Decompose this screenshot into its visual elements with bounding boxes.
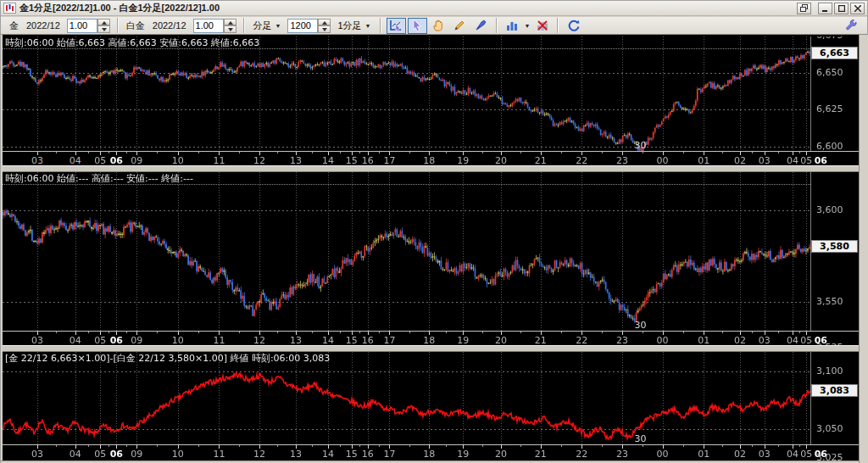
select-tool-button[interactable] xyxy=(408,18,427,34)
platinum-ohlc-info: 時刻:06:00 始値:--- 高値:--- 安値:--- 終値:--- xyxy=(3,172,810,185)
maximize-button[interactable] xyxy=(834,3,849,14)
time-tick-minor xyxy=(157,332,158,333)
time-tick-label: 03 xyxy=(31,335,43,345)
gold-candlestick-canvas[interactable] xyxy=(3,36,810,151)
time-tick-label: 06 xyxy=(815,155,827,165)
time-tick-label: 21 xyxy=(535,335,547,345)
settings-wrench-button[interactable] xyxy=(842,18,861,34)
toolbar-separator xyxy=(496,18,498,33)
date-change-marker: 30 xyxy=(634,320,646,331)
platinum-last-price-box: 3,580 xyxy=(811,240,858,253)
time-tick-minor xyxy=(312,152,313,153)
time-tick-minor xyxy=(340,445,341,447)
time-tick-label: 18 xyxy=(423,449,435,460)
title-bar: 金1分足[2022/12]1.00 - 白金1分足[2022/12]1.00 xyxy=(1,1,867,16)
chart-cursor-tool-button[interactable] xyxy=(387,18,406,34)
time-tick-minor xyxy=(157,445,158,447)
time-tick-minor xyxy=(409,332,410,333)
close-button[interactable] xyxy=(850,3,865,14)
bar-type-dropdown[interactable]: 分足▼ xyxy=(249,18,286,34)
refresh-button[interactable] xyxy=(564,18,583,34)
time-tick-label: 16 xyxy=(362,155,374,165)
chart-style-button[interactable] xyxy=(503,18,522,34)
time-tick-minor xyxy=(157,152,158,153)
chevron-down-icon: ▼ xyxy=(275,23,281,29)
bar-count-input[interactable] xyxy=(287,19,318,33)
gold-multiplier-up-button[interactable] xyxy=(97,19,110,26)
gold-multiplier-down-button[interactable] xyxy=(97,25,110,33)
time-tick-minor xyxy=(778,152,779,153)
chart-cursor-icon xyxy=(389,19,403,32)
spread-line-canvas[interactable] xyxy=(3,352,810,444)
time-tick-minor xyxy=(446,445,447,447)
refresh-icon xyxy=(567,19,581,32)
time-tick-minor xyxy=(799,445,800,447)
gold-ohlc-info: 時刻:06:00 始値:6,663 高値:6,663 安値:6,663 終値:6… xyxy=(3,36,810,49)
time-tick-label: 06 xyxy=(110,449,123,460)
time-tick-label: 11 xyxy=(213,449,225,460)
gold-multiplier-input[interactable] xyxy=(67,19,97,33)
time-tick-minor xyxy=(561,152,562,153)
time-tick-minor xyxy=(239,152,240,153)
time-tick-label: 12 xyxy=(253,449,265,460)
chevron-down-icon: ▼ xyxy=(525,23,531,29)
pen-tool-button[interactable] xyxy=(471,18,491,34)
interval-dropdown[interactable]: 1分足▼ xyxy=(333,18,375,34)
time-tick-label: 13 xyxy=(290,335,302,345)
pencil-tool-button[interactable] xyxy=(450,18,470,34)
pan-hand-tool-button[interactable] xyxy=(429,18,448,34)
time-tick-minor xyxy=(799,152,800,153)
time-tick-label: 22 xyxy=(576,335,587,345)
time-tick-label: 16 xyxy=(362,449,374,460)
fountain-pen-icon xyxy=(474,19,487,32)
price-axis-label: 3,550 xyxy=(816,296,843,307)
cascade-window-button[interactable] xyxy=(797,3,811,14)
bar-count-down-button[interactable] xyxy=(318,25,331,33)
price-axis-label: 6,600 xyxy=(816,141,843,152)
time-tick-minor xyxy=(482,332,483,333)
time-tick-minor xyxy=(108,332,109,333)
time-tick-label: 05 xyxy=(800,155,812,165)
time-tick-label: 03 xyxy=(759,155,771,165)
time-tick-label: 03 xyxy=(759,335,771,345)
minimize-button[interactable] xyxy=(818,3,832,14)
time-tick-minor xyxy=(379,332,380,333)
clear-drawings-button[interactable] xyxy=(532,18,552,34)
window-frame-left xyxy=(1,35,3,460)
date-change-marker: 30 xyxy=(634,433,646,444)
time-tick-label: 19 xyxy=(457,155,469,165)
time-tick-label: 03 xyxy=(759,449,771,460)
panel-splitter[interactable] xyxy=(3,345,859,352)
platinum-multiplier-input[interactable] xyxy=(193,19,224,33)
time-tick-minor xyxy=(602,332,603,333)
time-tick-minor xyxy=(643,152,643,153)
time-tick-minor xyxy=(722,445,723,447)
app-window: 金1分足[2022/12]1.00 - 白金1分足[2022/12]1.00 金… xyxy=(0,0,868,463)
time-tick-minor xyxy=(312,332,313,333)
time-tick-minor xyxy=(277,445,278,447)
bar-count-up-button[interactable] xyxy=(318,19,331,26)
time-tick-minor xyxy=(409,445,410,447)
chart-style-dropdown[interactable]: ▼ xyxy=(523,21,532,31)
time-tick-minor xyxy=(88,332,89,333)
platinum-multiplier-up-button[interactable] xyxy=(224,19,236,26)
time-tick-minor xyxy=(643,332,643,333)
time-tick-label: 04 xyxy=(70,449,81,460)
panel-splitter[interactable] xyxy=(3,165,859,172)
platinum-multiplier-down-button[interactable] xyxy=(224,25,236,33)
gold-chart-panel: 時刻:06:00 始値:6,663 高値:6,663 安値:6,663 終値:6… xyxy=(3,36,859,165)
time-tick-minor xyxy=(602,152,603,153)
time-tick-label: 09 xyxy=(131,155,142,165)
time-tick-label: 15 xyxy=(346,335,358,345)
toolbar-separator xyxy=(380,18,381,33)
platinum-candlestick-canvas[interactable] xyxy=(3,172,810,331)
time-tick-minor xyxy=(799,332,800,333)
time-tick-label: 17 xyxy=(383,335,395,345)
time-tick-minor xyxy=(340,332,341,333)
time-tick-minor xyxy=(643,445,643,447)
time-tick-minor xyxy=(409,152,410,153)
window-title: 金1分足[2022/12]1.00 - 白金1分足[2022/12]1.00 xyxy=(19,2,795,14)
select-arrow-icon xyxy=(410,19,424,32)
time-tick-minor xyxy=(752,152,753,153)
time-tick-label: 10 xyxy=(172,335,184,345)
